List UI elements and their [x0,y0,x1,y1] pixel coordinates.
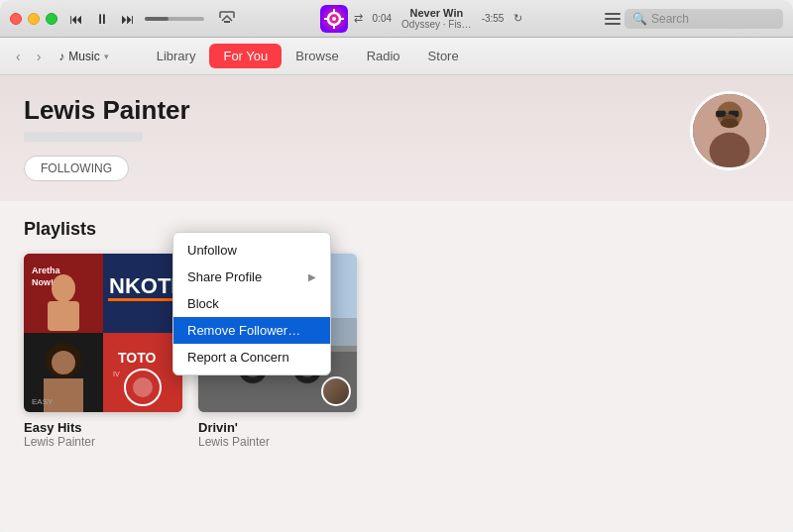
now-playing-info: 0:04 [369,13,396,24]
playlists-title: Playlists [24,219,769,240]
svg-text:TOTO: TOTO [118,350,156,366]
context-menu: Unfollow Share Profile ▶ Block Remove Fo… [172,232,331,375]
following-button[interactable]: FOLLOWING [24,156,129,181]
playlists-section: Playlists Aretha Now! [0,201,793,467]
app-icon [320,5,348,33]
svg-text:Now!: Now! [32,277,54,287]
svg-text:IV: IV [113,371,120,377]
svg-point-26 [52,351,75,374]
profile-handle [24,132,143,142]
share-profile-arrow-icon: ▶ [308,271,316,282]
playlist-grid: Aretha Now! NKOTB [24,254,769,449]
svg-point-3 [332,17,336,21]
tab-radio[interactable]: Radio [353,44,414,68]
profile-header: Lewis Painter FOLLOWING [0,75,793,201]
library-button[interactable]: ♪ Music ▾ [53,48,114,65]
context-item-block[interactable]: Block [173,290,330,317]
music-note-icon: ♪ [58,50,64,63]
easy-hits-artist: Lewis Painter [24,435,182,449]
search-bar[interactable]: 🔍 [624,9,783,29]
search-icon: 🔍 [632,12,647,26]
svg-rect-0 [224,21,230,23]
titlebar: ⏮ ⏸ ⏭ [0,0,793,38]
report-concern-label: Report a Concern [187,350,289,365]
maximize-button[interactable] [46,13,57,25]
avatar [690,91,769,170]
block-label: Block [187,296,219,311]
drivin-artist: Lewis Painter [198,435,357,449]
np-repeat-icon[interactable]: ↻ [513,12,522,25]
artwork-cell-3: EASY [24,333,103,412]
rewind-button[interactable]: ⏮ [67,9,85,29]
unfollow-label: Unfollow [187,243,237,258]
library-label: Music [68,50,99,63]
svg-text:Aretha: Aretha [32,266,61,275]
toolbar: ‹ › ♪ Music ▾ Library For You Browse Rad… [0,38,793,75]
main-content: Lewis Painter FOLLOWING [0,75,793,532]
share-profile-label: Share Profile [187,269,262,284]
remove-follower-label: Remove Follower… [187,323,300,338]
artwork-cell-1: Aretha Now! [24,254,103,333]
svg-point-15 [721,119,739,128]
artwork-cell-4: TOTO IV [103,333,182,412]
forward-button[interactable]: › [33,47,46,66]
volume-slider[interactable] [145,17,204,21]
transport-controls: ⏮ ⏸ ⏭ [67,9,137,29]
drivin-title: Drivin' [198,420,357,435]
play-pause-button[interactable]: ⏸ [93,9,111,29]
svg-rect-27 [44,378,83,412]
profile-name: Lewis Painter [24,95,769,126]
remaining-time: -3:55 [482,13,505,24]
np-shuffle-icon[interactable]: ⇄ [354,12,363,25]
track-title: Never Win [409,7,463,19]
track-info: Never Win Odyssey · Fis… [401,7,472,30]
now-playing: ⇄ 0:04 Never Win Odyssey · Fis… -3:55 ↻ [242,5,601,33]
tab-foryou[interactable]: For You [209,44,282,68]
list-icon[interactable] [601,9,624,29]
avatar-image [693,94,766,167]
context-item-unfollow[interactable]: Unfollow [173,237,330,264]
drivin-playlist-avatar [321,376,351,406]
easy-hits-artwork: Aretha Now! NKOTB [24,254,182,412]
context-item-remove-follower[interactable]: Remove Follower… [173,317,330,344]
fast-forward-button[interactable]: ⏭ [119,9,137,29]
close-button[interactable] [10,13,22,25]
traffic-lights [10,13,57,25]
tab-store[interactable]: Store [414,44,473,68]
context-item-share-profile[interactable]: Share Profile ▶ [173,264,330,290]
elapsed-time: 0:04 [373,13,392,24]
tab-browse[interactable]: Browse [282,44,352,68]
easy-hits-title: Easy Hits [24,420,182,435]
nav-tabs: Library For You Browse Radio Store [143,44,473,68]
context-item-report-concern[interactable]: Report a Concern [173,344,330,371]
minimize-button[interactable] [28,13,40,25]
artwork-cell-2: NKOTB [103,254,182,333]
airplay-button[interactable] [218,8,236,29]
back-button[interactable]: ‹ [12,47,25,66]
tab-library[interactable]: Library [143,44,210,68]
svg-text:EASY: EASY [32,397,54,406]
track-subtitle: Odyssey · Fis… [401,19,472,30]
svg-point-19 [52,274,75,302]
library-chevron-icon: ▾ [104,52,109,61]
search-input[interactable] [651,12,775,26]
svg-rect-23 [108,298,177,301]
svg-text:NKOTB: NKOTB [109,273,182,298]
svg-rect-20 [48,301,79,331]
svg-point-33 [133,377,153,397]
playlist-item-easy-hits[interactable]: Aretha Now! NKOTB [24,254,182,449]
